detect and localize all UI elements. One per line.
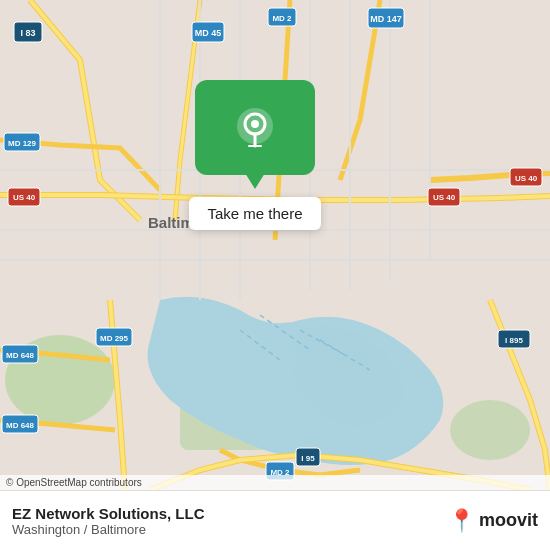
svg-text:I 83: I 83 [20, 28, 35, 38]
map-background: I 83 MD 45 MD 147 US 40 US 40 US 40 MD 1… [0, 0, 550, 490]
info-bar: EZ Network Solutions, LLC Washington / B… [0, 490, 550, 550]
map-container: I 83 MD 45 MD 147 US 40 US 40 US 40 MD 1… [0, 0, 550, 490]
svg-text:US 40: US 40 [515, 174, 538, 183]
svg-text:MD 295: MD 295 [100, 334, 129, 343]
app: I 83 MD 45 MD 147 US 40 US 40 US 40 MD 1… [0, 0, 550, 550]
svg-text:US 40: US 40 [13, 193, 36, 202]
svg-text:MD 129: MD 129 [8, 139, 37, 148]
svg-text:MD 147: MD 147 [370, 14, 402, 24]
moovit-logo-text: moovit [479, 510, 538, 531]
moovit-pin-icon: 📍 [448, 508, 475, 534]
moovit-logo[interactable]: 📍 moovit [448, 508, 538, 534]
svg-text:Baltim: Baltim [148, 214, 194, 231]
svg-point-2 [450, 400, 530, 460]
svg-text:I 95: I 95 [301, 454, 315, 463]
location-title: EZ Network Solutions, LLC [12, 505, 438, 522]
svg-text:US 40: US 40 [433, 193, 456, 202]
svg-text:I 895: I 895 [505, 336, 523, 345]
info-text: EZ Network Solutions, LLC Washington / B… [12, 505, 438, 537]
svg-text:MD 648: MD 648 [6, 351, 35, 360]
map-attribution: © OpenStreetMap contributors [0, 475, 550, 490]
svg-text:MD 2: MD 2 [272, 14, 292, 23]
svg-text:MD 45: MD 45 [195, 28, 222, 38]
location-subtitle: Washington / Baltimore [12, 522, 438, 537]
svg-text:MD 648: MD 648 [6, 421, 35, 430]
take-me-there-button[interactable]: Take me there [189, 197, 320, 230]
